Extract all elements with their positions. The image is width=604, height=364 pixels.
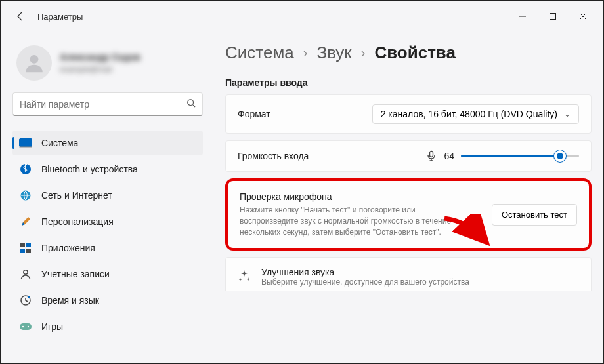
avatar <box>16 45 52 81</box>
format-label: Формат <box>238 109 270 119</box>
user-name: Александр Седов <box>60 52 140 62</box>
sidebar-item-network[interactable]: Сеть и Интернет <box>12 183 203 208</box>
apps-icon <box>19 241 32 254</box>
chevron-down-icon: ⌄ <box>564 110 571 119</box>
stop-test-button[interactable]: Остановить тест <box>492 204 577 226</box>
svg-point-15 <box>24 270 28 274</box>
microphone-icon <box>425 150 437 162</box>
user-email: example@mail <box>60 65 140 74</box>
breadcrumb-system[interactable]: Система <box>225 43 294 63</box>
sidebar-item-label: Приложения <box>41 243 95 253</box>
breadcrumb: Система › Звук › Свойства <box>225 43 592 63</box>
input-volume-slider[interactable] <box>461 155 579 157</box>
search-icon <box>186 98 196 110</box>
breadcrumb-sound[interactable]: Звук <box>316 43 351 63</box>
window-titlebar: Параметры <box>1 1 603 32</box>
sparkle-icon <box>238 270 251 285</box>
chevron-right-icon: › <box>361 45 366 60</box>
enhancements-title: Улучшения звука <box>261 267 469 277</box>
sidebar-item-accounts[interactable]: Учетные записи <box>12 262 203 287</box>
svg-rect-12 <box>26 243 31 247</box>
sidebar-item-system[interactable]: Система <box>12 131 203 155</box>
breadcrumb-current: Свойства <box>374 43 456 63</box>
format-card: Формат 2 каналов, 16 бит, 48000 Гц (DVD … <box>225 94 592 134</box>
chevron-right-icon: › <box>303 45 308 60</box>
svg-rect-8 <box>20 147 32 148</box>
user-block[interactable]: Александр Седов example@mail <box>16 45 203 81</box>
paintbrush-icon <box>19 215 32 228</box>
system-icon <box>19 136 32 150</box>
bluetooth-icon <box>19 163 32 176</box>
volume-card: Громкость входа 64 <box>225 140 592 172</box>
app-title: Параметры <box>37 12 83 22</box>
svg-rect-7 <box>20 139 32 147</box>
search-input[interactable] <box>20 99 186 110</box>
svg-point-19 <box>22 326 24 327</box>
svg-rect-21 <box>430 152 433 157</box>
sidebar-item-label: Учетные записи <box>41 269 110 279</box>
sidebar-item-gaming[interactable]: Игры <box>12 314 203 339</box>
sidebar-item-label: Bluetooth и устройства <box>41 164 138 174</box>
svg-point-20 <box>28 326 29 327</box>
svg-rect-18 <box>20 323 32 330</box>
main-content: Система › Звук › Свойства Параметры ввод… <box>209 32 603 363</box>
svg-point-4 <box>30 55 39 64</box>
svg-line-6 <box>193 105 196 108</box>
maximize-button[interactable] <box>538 6 568 27</box>
format-value: 2 каналов, 16 бит, 48000 Гц (DVD Quality… <box>381 109 557 119</box>
mic-test-description: Нажмите кнопку "Начать тест" и поговорит… <box>240 205 463 237</box>
svg-rect-1 <box>550 14 556 20</box>
svg-point-5 <box>188 100 194 106</box>
mic-test-title: Проверка микрофона <box>240 192 463 202</box>
sidebar-item-label: Время и язык <box>41 295 99 306</box>
sidebar-item-apps[interactable]: Приложения <box>12 235 203 260</box>
sidebar-item-bluetooth[interactable]: Bluetooth и устройства <box>12 157 203 182</box>
sidebar-item-personalization[interactable]: Персонализация <box>12 209 203 234</box>
section-title-input: Параметры ввода <box>225 77 592 88</box>
sidebar-item-label: Система <box>41 138 78 148</box>
search-box[interactable] <box>12 92 203 116</box>
mic-test-card: Проверка микрофона Нажмите кнопку "Начат… <box>225 178 592 251</box>
accounts-icon <box>19 268 32 281</box>
minimize-button[interactable] <box>507 6 538 27</box>
close-button[interactable] <box>568 6 598 27</box>
sidebar-item-time[interactable]: Время и язык <box>12 288 203 313</box>
svg-point-17 <box>28 296 30 298</box>
back-button[interactable] <box>11 7 30 26</box>
svg-rect-13 <box>20 249 25 253</box>
format-dropdown[interactable]: 2 каналов, 16 бит, 48000 Гц (DVD Quality… <box>372 104 579 124</box>
enhancements-description: Выберите улучшение, доступное для вашего… <box>261 277 469 287</box>
sidebar: Александр Седов example@mail Система Blu… <box>1 32 209 363</box>
sidebar-item-label: Персонализация <box>41 216 114 227</box>
sidebar-item-label: Сеть и Интернет <box>41 190 112 201</box>
gamepad-icon <box>19 320 32 333</box>
input-volume-value: 64 <box>444 151 454 161</box>
sidebar-item-label: Игры <box>41 321 63 332</box>
clock-icon <box>19 294 32 307</box>
nav-list: Система Bluetooth и устройства Сеть и Ин… <box>12 131 203 339</box>
svg-rect-11 <box>20 243 25 247</box>
input-volume-label: Громкость входа <box>238 151 309 161</box>
svg-rect-14 <box>26 249 31 253</box>
audio-enhancements-card[interactable]: Улучшения звука Выберите улучшение, дост… <box>225 257 592 291</box>
network-icon <box>19 189 32 202</box>
